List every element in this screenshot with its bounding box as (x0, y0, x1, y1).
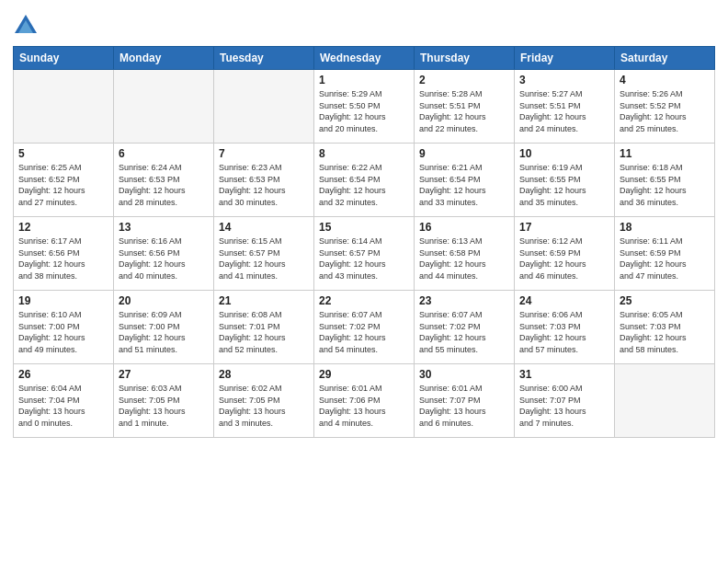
logo (13, 13, 42, 39)
day-number: 1 (319, 74, 409, 86)
day-of-week-monday: Monday (114, 47, 214, 70)
day-of-week-sunday: Sunday (14, 47, 114, 70)
calendar-cell: 19Sunrise: 6:10 AMSunset: 7:00 PMDayligh… (14, 291, 114, 364)
day-number: 21 (219, 294, 309, 307)
header (13, 9, 715, 39)
day-number: 4 (620, 74, 710, 86)
day-info: Sunrise: 6:01 AMSunset: 7:07 PMDaylight:… (419, 383, 509, 429)
day-info: Sunrise: 6:12 AMSunset: 6:59 PMDaylight:… (519, 236, 609, 282)
calendar-cell: 24Sunrise: 6:06 AMSunset: 7:03 PMDayligh… (515, 291, 615, 364)
calendar-cell: 6Sunrise: 6:24 AMSunset: 6:53 PMDaylight… (114, 144, 214, 217)
day-number: 15 (319, 221, 409, 234)
day-number: 27 (119, 368, 209, 381)
calendar-cell: 12Sunrise: 6:17 AMSunset: 6:56 PMDayligh… (14, 217, 114, 291)
day-number: 2 (419, 74, 509, 86)
day-info: Sunrise: 6:13 AMSunset: 6:58 PMDaylight:… (419, 236, 509, 282)
day-info: Sunrise: 6:04 AMSunset: 7:04 PMDaylight:… (18, 383, 108, 429)
week-row-0: 1Sunrise: 5:29 AMSunset: 5:50 PMDaylight… (14, 70, 715, 144)
day-number: 6 (119, 147, 209, 160)
day-number: 13 (119, 221, 209, 234)
calendar-cell: 2Sunrise: 5:28 AMSunset: 5:51 PMDaylight… (415, 70, 515, 144)
day-info: Sunrise: 5:29 AMSunset: 5:50 PMDaylight:… (319, 88, 409, 134)
calendar-cell: 25Sunrise: 6:05 AMSunset: 7:03 PMDayligh… (615, 291, 715, 364)
calendar-cell (14, 70, 114, 144)
week-row-1: 5Sunrise: 6:25 AMSunset: 6:52 PMDaylight… (14, 144, 715, 217)
logo-icon (13, 13, 39, 39)
day-number: 30 (419, 368, 509, 381)
day-info: Sunrise: 6:23 AMSunset: 6:53 PMDaylight:… (219, 162, 309, 208)
day-number: 19 (18, 294, 108, 307)
calendar-cell: 23Sunrise: 6:07 AMSunset: 7:02 PMDayligh… (415, 291, 515, 364)
calendar-cell: 16Sunrise: 6:13 AMSunset: 6:58 PMDayligh… (415, 217, 515, 291)
day-info: Sunrise: 6:15 AMSunset: 6:57 PMDaylight:… (219, 236, 309, 282)
calendar-cell: 28Sunrise: 6:02 AMSunset: 7:05 PMDayligh… (214, 364, 314, 438)
calendar-cell: 9Sunrise: 6:21 AMSunset: 6:54 PMDaylight… (415, 144, 515, 217)
calendar-cell: 13Sunrise: 6:16 AMSunset: 6:56 PMDayligh… (114, 217, 214, 291)
calendar-cell: 18Sunrise: 6:11 AMSunset: 6:59 PMDayligh… (615, 217, 715, 291)
day-number: 22 (319, 294, 409, 307)
day-number: 17 (519, 221, 609, 234)
day-of-week-friday: Friday (515, 47, 615, 70)
day-info: Sunrise: 6:08 AMSunset: 7:01 PMDaylight:… (219, 309, 309, 355)
calendar-cell (214, 70, 314, 144)
day-number: 3 (519, 74, 609, 86)
calendar-cell: 27Sunrise: 6:03 AMSunset: 7:05 PMDayligh… (114, 364, 214, 438)
calendar-cell: 15Sunrise: 6:14 AMSunset: 6:57 PMDayligh… (314, 217, 415, 291)
calendar-cell: 7Sunrise: 6:23 AMSunset: 6:53 PMDaylight… (214, 144, 314, 217)
day-number: 16 (419, 221, 509, 234)
day-info: Sunrise: 6:07 AMSunset: 7:02 PMDaylight:… (419, 309, 509, 355)
day-info: Sunrise: 6:18 AMSunset: 6:55 PMDaylight:… (620, 162, 710, 208)
day-info: Sunrise: 6:01 AMSunset: 7:06 PMDaylight:… (319, 383, 409, 429)
calendar-cell (615, 364, 715, 438)
day-info: Sunrise: 6:06 AMSunset: 7:03 PMDaylight:… (519, 309, 609, 355)
day-info: Sunrise: 6:02 AMSunset: 7:05 PMDaylight:… (219, 383, 309, 429)
calendar-cell: 14Sunrise: 6:15 AMSunset: 6:57 PMDayligh… (214, 217, 314, 291)
day-number: 25 (620, 294, 710, 307)
day-number: 12 (18, 221, 108, 234)
day-of-week-wednesday: Wednesday (314, 47, 415, 70)
day-of-week-saturday: Saturday (615, 47, 715, 70)
calendar-cell: 3Sunrise: 5:27 AMSunset: 5:51 PMDaylight… (515, 70, 615, 144)
day-info: Sunrise: 6:00 AMSunset: 7:07 PMDaylight:… (519, 383, 609, 429)
week-row-2: 12Sunrise: 6:17 AMSunset: 6:56 PMDayligh… (14, 217, 715, 291)
header-row: SundayMondayTuesdayWednesdayThursdayFrid… (14, 47, 715, 70)
day-info: Sunrise: 6:05 AMSunset: 7:03 PMDaylight:… (620, 309, 710, 355)
calendar-cell: 31Sunrise: 6:00 AMSunset: 7:07 PMDayligh… (515, 364, 615, 438)
page: SundayMondayTuesdayWednesdayThursdayFrid… (0, 0, 728, 563)
calendar-cell: 30Sunrise: 6:01 AMSunset: 7:07 PMDayligh… (415, 364, 515, 438)
week-row-4: 26Sunrise: 6:04 AMSunset: 7:04 PMDayligh… (14, 364, 715, 438)
calendar-cell: 10Sunrise: 6:19 AMSunset: 6:55 PMDayligh… (515, 144, 615, 217)
day-info: Sunrise: 6:24 AMSunset: 6:53 PMDaylight:… (119, 162, 209, 208)
calendar-cell: 20Sunrise: 6:09 AMSunset: 7:00 PMDayligh… (114, 291, 214, 364)
day-info: Sunrise: 6:14 AMSunset: 6:57 PMDaylight:… (319, 236, 409, 282)
day-number: 8 (319, 147, 409, 160)
day-info: Sunrise: 5:28 AMSunset: 5:51 PMDaylight:… (419, 88, 509, 134)
day-info: Sunrise: 6:03 AMSunset: 7:05 PMDaylight:… (119, 383, 209, 429)
day-number: 5 (18, 147, 108, 160)
day-info: Sunrise: 6:19 AMSunset: 6:55 PMDaylight:… (519, 162, 609, 208)
calendar-body: 1Sunrise: 5:29 AMSunset: 5:50 PMDaylight… (14, 70, 715, 438)
day-info: Sunrise: 6:16 AMSunset: 6:56 PMDaylight:… (119, 236, 209, 282)
day-number: 9 (419, 147, 509, 160)
calendar-cell: 8Sunrise: 6:22 AMSunset: 6:54 PMDaylight… (314, 144, 415, 217)
calendar-cell: 21Sunrise: 6:08 AMSunset: 7:01 PMDayligh… (214, 291, 314, 364)
calendar-cell (114, 70, 214, 144)
calendar-cell: 4Sunrise: 5:26 AMSunset: 5:52 PMDaylight… (615, 70, 715, 144)
day-info: Sunrise: 5:26 AMSunset: 5:52 PMDaylight:… (620, 88, 710, 134)
calendar-cell: 5Sunrise: 6:25 AMSunset: 6:52 PMDaylight… (14, 144, 114, 217)
calendar-cell: 17Sunrise: 6:12 AMSunset: 6:59 PMDayligh… (515, 217, 615, 291)
day-number: 14 (219, 221, 309, 234)
calendar-cell: 1Sunrise: 5:29 AMSunset: 5:50 PMDaylight… (314, 70, 415, 144)
calendar-header: SundayMondayTuesdayWednesdayThursdayFrid… (14, 47, 715, 70)
day-number: 11 (620, 147, 710, 160)
day-info: Sunrise: 6:17 AMSunset: 6:56 PMDaylight:… (18, 236, 108, 282)
day-number: 26 (18, 368, 108, 381)
day-number: 20 (119, 294, 209, 307)
calendar-table: SundayMondayTuesdayWednesdayThursdayFrid… (13, 46, 715, 438)
calendar-cell: 11Sunrise: 6:18 AMSunset: 6:55 PMDayligh… (615, 144, 715, 217)
calendar-cell: 29Sunrise: 6:01 AMSunset: 7:06 PMDayligh… (314, 364, 415, 438)
day-of-week-thursday: Thursday (415, 47, 515, 70)
day-info: Sunrise: 6:25 AMSunset: 6:52 PMDaylight:… (18, 162, 108, 208)
day-number: 7 (219, 147, 309, 160)
day-number: 18 (620, 221, 710, 234)
